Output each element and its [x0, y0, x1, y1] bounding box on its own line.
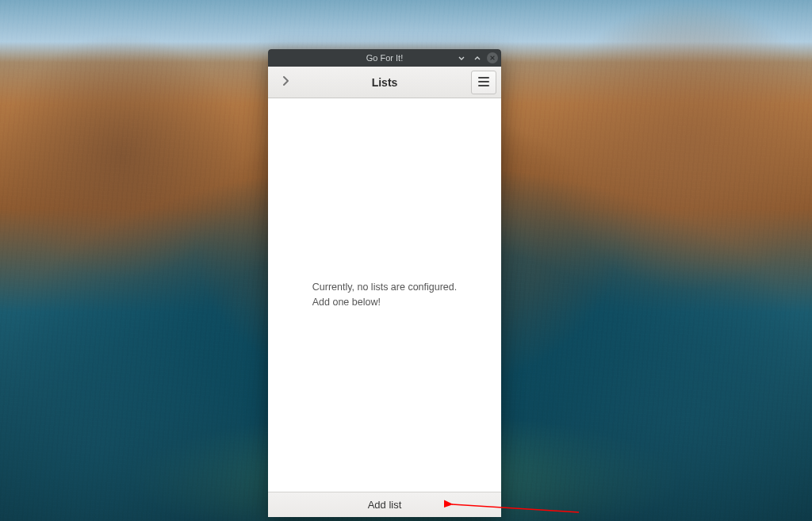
- close-button[interactable]: [487, 52, 498, 63]
- menu-button[interactable]: [471, 71, 496, 94]
- back-button[interactable]: [273, 71, 298, 94]
- window-controls: [455, 49, 498, 67]
- header-bar: Lists: [268, 67, 501, 98]
- empty-state-line1: Currently, no lists are configured.: [312, 280, 458, 295]
- minimize-button[interactable]: [455, 52, 468, 64]
- hamburger-icon: [478, 75, 489, 90]
- main-content: Currently, no lists are configured. Add …: [268, 98, 501, 492]
- header-title: Lists: [298, 76, 471, 89]
- app-window: Go For It! Lists Currently: [268, 49, 501, 517]
- empty-state-line2: Add one below!: [312, 295, 458, 310]
- window-title: Go For It!: [366, 53, 403, 63]
- window-titlebar[interactable]: Go For It!: [268, 49, 501, 67]
- maximize-button[interactable]: [471, 52, 484, 64]
- add-list-label: Add list: [368, 499, 402, 511]
- add-list-button[interactable]: Add list: [268, 492, 501, 517]
- empty-state-message: Currently, no lists are configured. Add …: [312, 280, 458, 310]
- chevron-right-icon: [280, 75, 291, 90]
